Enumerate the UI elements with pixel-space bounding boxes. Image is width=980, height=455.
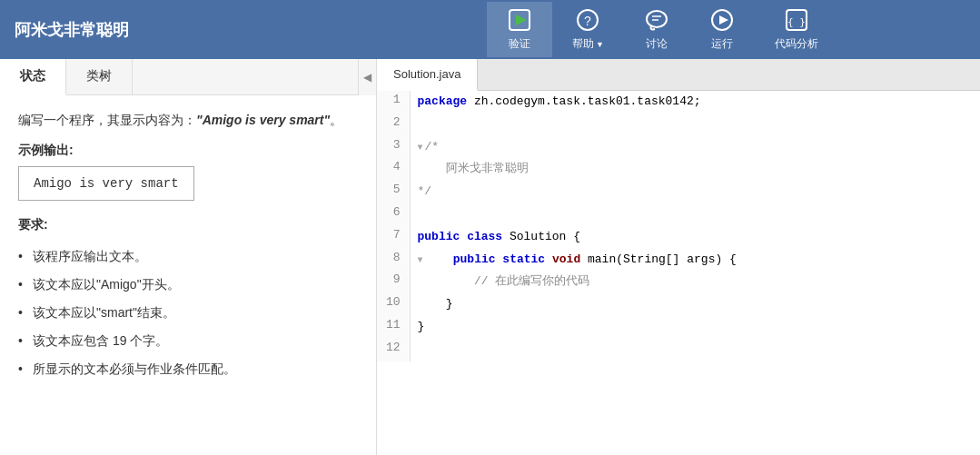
line-number: 9	[377, 271, 410, 293]
svg-text:{ }: { }	[787, 16, 806, 28]
line-content[interactable]	[410, 114, 980, 136]
nav-bar: 验证 ? 帮助 ▼ 讨论	[360, 2, 965, 57]
help-icon: ?	[575, 7, 600, 33]
line-content[interactable]: package zh.codegym.task.task01.task0142;	[410, 91, 980, 114]
line-content[interactable]: }	[410, 316, 980, 339]
line-content[interactable]: 阿米戈非常聪明	[410, 158, 980, 181]
table-row: 7 public class Solution {	[377, 226, 980, 249]
nav-item-discuss[interactable]: 讨论	[624, 2, 689, 57]
table-row: 4 阿米戈非常聪明	[377, 158, 980, 181]
code-analysis-icon: { }	[784, 7, 809, 33]
run-label: 运行	[711, 36, 733, 52]
table-row: 6	[377, 203, 980, 226]
table-row: 10 }	[377, 293, 980, 316]
verify-label: 验证	[509, 36, 530, 52]
editor-tabs: Solution.java	[377, 59, 980, 91]
verify-icon	[507, 7, 532, 33]
example-output-label: 示例输出:	[18, 143, 358, 159]
run-icon	[709, 7, 735, 33]
discuss-icon	[644, 7, 669, 33]
panel-collapse-button[interactable]: ◀	[358, 59, 376, 95]
table-row: 5 */	[377, 181, 980, 203]
header: 阿米戈非常聪明 验证 ? 帮助 ▼	[0, 0, 980, 59]
line-number: 12	[377, 339, 410, 361]
chevron-down-icon: ▼	[596, 40, 604, 49]
code-analysis-label: 代码分析	[775, 36, 818, 52]
line-content[interactable]: ▼/*	[410, 136, 980, 159]
svg-marker-8	[719, 15, 728, 25]
discuss-label: 讨论	[646, 36, 668, 52]
nav-item-help[interactable]: ? 帮助 ▼	[552, 2, 624, 57]
tabs-bar: 状态 类树 ◀	[0, 59, 376, 95]
line-content[interactable]: */	[410, 181, 980, 203]
svg-marker-1	[516, 15, 527, 25]
nav-item-verify[interactable]: 验证	[487, 2, 552, 57]
line-content[interactable]: ▼ public static void main(String[] args)…	[410, 249, 980, 272]
line-number: 4	[377, 158, 410, 181]
table-row: 12	[377, 339, 980, 361]
main-layout: 状态 类树 ◀ 编写一个程序，其显示内容为："Amigo is very sma…	[0, 59, 980, 455]
table-row: 3 ▼/*	[377, 136, 980, 159]
code-editor[interactable]: 1 package zh.codegym.task.task01.task014…	[377, 91, 980, 455]
requirement-5: 所显示的文本必须与作业条件匹配。	[18, 355, 358, 383]
line-number: 7	[377, 226, 410, 249]
nav-item-run[interactable]: 运行	[689, 2, 755, 57]
line-number: 6	[377, 203, 410, 226]
line-number: 5	[377, 181, 410, 203]
help-dropdown[interactable]: 帮助 ▼	[572, 36, 604, 52]
requirement-1: 该程序应输出文本。	[18, 242, 358, 271]
line-content[interactable]	[410, 339, 980, 361]
left-panel: 状态 类树 ◀ 编写一个程序，其显示内容为："Amigo is very sma…	[0, 59, 377, 455]
line-content[interactable]: // 在此编写你的代码	[410, 271, 980, 293]
line-number: 10	[377, 293, 410, 316]
example-output-box: Amigo is very smart	[18, 166, 194, 201]
requirement-2: 该文本应以"Amigo"开头。	[18, 271, 358, 299]
requirement-3: 该文本应以"smart"结束。	[18, 299, 358, 327]
requirements-list: 该程序应输出文本。 该文本应以"Amigo"开头。 该文本应以"smart"结束…	[18, 242, 358, 383]
table-row: 11 }	[377, 316, 980, 339]
right-panel: Solution.java 1 package zh.codegym.task.…	[377, 59, 980, 455]
svg-point-4	[647, 11, 667, 27]
line-content[interactable]: }	[410, 293, 980, 316]
editor-tab-solution[interactable]: Solution.java	[377, 59, 478, 91]
line-content[interactable]: public class Solution {	[410, 226, 980, 249]
table-row: 2	[377, 114, 980, 136]
svg-text:?: ?	[585, 14, 592, 28]
table-row: 8 ▼ public static void main(String[] arg…	[377, 249, 980, 272]
requirement-4: 该文本应包含 19 个字。	[18, 327, 358, 355]
line-number: 8	[377, 249, 410, 272]
line-content[interactable]	[410, 203, 980, 226]
help-label: 帮助	[572, 36, 594, 52]
line-number: 11	[377, 316, 410, 339]
line-number: 3	[377, 136, 410, 159]
line-number: 1	[377, 91, 410, 114]
tab-status[interactable]: 状态	[0, 59, 66, 95]
nav-item-code-analysis[interactable]: { } 代码分析	[755, 2, 838, 57]
tab-class-tree[interactable]: 类树	[66, 59, 133, 94]
line-number: 2	[377, 114, 410, 136]
page-title: 阿米戈非常聪明	[15, 19, 360, 41]
task-description: 编写一个程序，其显示内容为："Amigo is very smart"。	[18, 110, 358, 130]
left-content: 编写一个程序，其显示内容为："Amigo is very smart"。 示例输…	[0, 95, 376, 455]
code-table: 1 package zh.codegym.task.task01.task014…	[377, 91, 980, 361]
table-row: 9 // 在此编写你的代码	[377, 271, 980, 293]
table-row: 1 package zh.codegym.task.task01.task014…	[377, 91, 980, 114]
requirements-label: 要求:	[18, 217, 358, 233]
